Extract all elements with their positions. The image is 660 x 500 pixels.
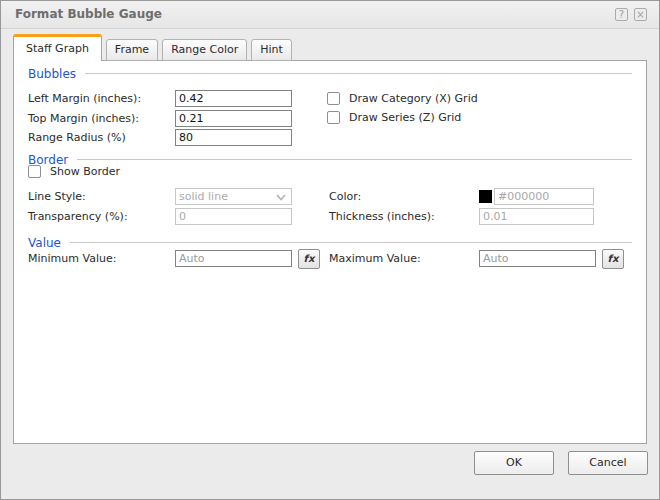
- bubbles-section-title: Bubbles: [28, 67, 76, 81]
- draw-category-grid-checkbox[interactable]: [327, 92, 340, 105]
- border-color-swatch: [479, 190, 492, 203]
- section-rule: [77, 159, 632, 160]
- cancel-button[interactable]: Cancel: [568, 451, 648, 475]
- maximum-value-label: Maximum Value:: [329, 250, 421, 267]
- chevron-down-icon: [276, 194, 286, 201]
- tab-strip: Staff Graph Frame Range Color Hint: [13, 34, 296, 61]
- format-bubble-gauge-dialog: Format Bubble Gauge ? × Staff Graph Fram…: [0, 0, 660, 500]
- range-radius-label: Range Radius (%): [28, 129, 126, 146]
- draw-category-grid-label: Draw Category (X) Grid: [349, 90, 478, 107]
- minimum-value-label: Minimum Value:: [28, 250, 116, 267]
- maximum-formula-button[interactable]: fx: [602, 249, 624, 269]
- left-margin-label: Left Margin (inches):: [28, 90, 141, 107]
- line-style-value: solid line: [179, 190, 228, 203]
- close-icon[interactable]: ×: [634, 8, 647, 21]
- value-section-header: Value: [28, 235, 632, 250]
- top-margin-input[interactable]: [175, 110, 292, 127]
- staff-graph-panel: Bubbles Left Margin (inches): Top Margin…: [13, 60, 647, 444]
- border-color-input: [494, 188, 594, 205]
- section-rule: [70, 242, 632, 243]
- minimum-value-input[interactable]: [175, 250, 292, 267]
- draw-series-grid-checkbox[interactable]: [327, 111, 340, 124]
- left-margin-input[interactable]: [175, 90, 292, 107]
- help-icon[interactable]: ?: [615, 8, 628, 21]
- ok-button[interactable]: OK: [474, 451, 554, 475]
- minimum-formula-button[interactable]: fx: [298, 249, 320, 269]
- thickness-label: Thickness (inches):: [329, 208, 435, 225]
- transparency-input: [175, 208, 292, 225]
- bubbles-section-header: Bubbles: [28, 66, 632, 81]
- value-section-title: Value: [28, 236, 61, 250]
- section-rule: [85, 73, 632, 74]
- transparency-label: Transparency (%):: [28, 208, 128, 225]
- maximum-value-input[interactable]: [479, 250, 596, 267]
- show-border-checkbox[interactable]: [28, 165, 41, 178]
- draw-series-grid-label: Draw Series (Z) Grid: [349, 109, 461, 126]
- tab-frame[interactable]: Frame: [106, 39, 158, 61]
- thickness-input: [479, 208, 594, 225]
- tab-range-color[interactable]: Range Color: [162, 39, 247, 61]
- tab-hint[interactable]: Hint: [251, 39, 292, 61]
- line-style-label: Line Style:: [28, 188, 86, 205]
- top-margin-label: Top Margin (inches):: [28, 110, 139, 127]
- show-border-label: Show Border: [50, 163, 120, 180]
- line-style-select: solid line: [175, 188, 292, 205]
- range-radius-input[interactable]: [175, 129, 292, 146]
- tab-staff-graph[interactable]: Staff Graph: [13, 34, 102, 61]
- border-color-label: Color:: [329, 188, 361, 205]
- dialog-titlebar[interactable]: Format Bubble Gauge ? ×: [1, 1, 659, 29]
- dialog-title: Format Bubble Gauge: [15, 7, 162, 21]
